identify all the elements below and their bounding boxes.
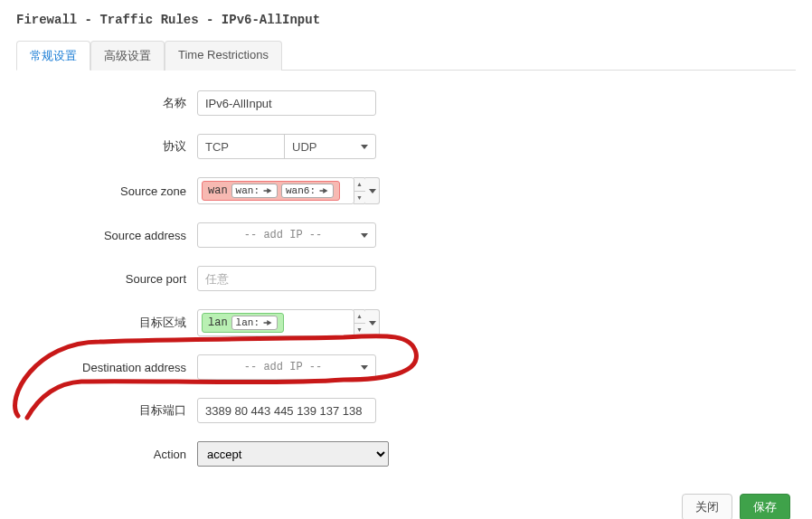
chevron-up-icon[interactable]: ▲ [354,310,365,324]
label-action: Action [16,448,197,461]
chevron-up-icon[interactable]: ▲ [354,178,365,192]
chevron-down-icon[interactable]: ▼ [354,324,365,336]
dest-zone-select[interactable]: lan lan: [197,309,354,336]
source-port-input[interactable] [197,266,376,291]
tab-general[interactable]: 常规设置 [16,41,90,71]
dest-address-select[interactable]: -- add IP -- [197,354,376,380]
quantity-stepper[interactable]: ▲ ▼ [354,177,366,204]
dropdown-toggle[interactable] [365,309,380,336]
zone-tag: lan: [231,316,278,330]
chevron-down-icon [361,365,368,370]
source-address-select[interactable]: -- add IP -- [197,222,376,248]
chevron-down-icon[interactable]: ▼ [354,192,365,204]
dropdown-toggle[interactable] [365,177,380,204]
chevron-down-icon [369,321,376,326]
zone-label: lan [208,316,228,329]
protocol-left: TCP [198,135,285,158]
chevron-down-icon [361,233,368,238]
label-name: 名称 [16,95,197,111]
label-source-address: Source address [16,229,197,242]
action-select[interactable]: accept [197,441,389,467]
tab-timerest[interactable]: Time Restrictions [165,41,282,71]
save-button[interactable]: 保存 [740,494,790,519]
label-source-zone: Source zone [16,184,197,198]
label-dest-port: 目标端口 [16,402,197,419]
zone-tag: wan: [231,184,278,198]
interface-icon [262,185,273,196]
protocol-select[interactable]: TCP UDP [197,134,376,159]
dest-port-input[interactable] [197,398,376,423]
protocol-right: UDP [285,135,375,158]
close-button[interactable]: 关闭 [682,494,732,519]
label-dest-address: Destination address [16,361,197,374]
chevron-down-icon [369,189,376,193]
interface-icon [262,317,273,328]
zone-label: wan [208,184,228,197]
label-source-port: Source port [16,272,197,286]
chevron-down-icon [361,145,368,149]
tab-advanced[interactable]: 高级设置 [90,41,165,71]
source-zone-select[interactable]: wan wan: wan6: [197,177,354,204]
quantity-stepper[interactable]: ▲ ▼ [354,309,366,336]
label-dest-zone: 目标区域 [16,315,197,331]
zone-tag: wan6: [281,184,334,198]
page-title: Firewall - Traffic Rules - IPv6-AllInput [16,13,796,27]
interface-icon [318,185,329,196]
label-protocol: 协议 [16,138,197,155]
name-input[interactable] [197,90,376,116]
tabs: 常规设置 高级设置 Time Restrictions [16,40,796,71]
